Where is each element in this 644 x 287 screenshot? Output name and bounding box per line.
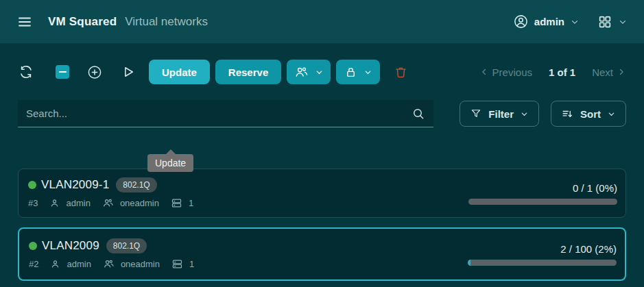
search-icon (412, 107, 425, 121)
vnet-name: VLAN2009 (42, 239, 99, 253)
vnet-usage: 2 / 100 (2%) (467, 243, 617, 266)
app-brand: VM Squared (48, 15, 117, 29)
apps-grid-icon (597, 14, 612, 29)
clusters-icon (171, 197, 182, 209)
ownership-dropdown-button[interactable] (287, 60, 331, 84)
filter-funnel-icon (470, 108, 482, 120)
group-icon (102, 197, 114, 209)
instantiate-button[interactable] (120, 64, 136, 80)
sort-lines-icon (561, 108, 574, 121)
vnet-card[interactable]: VLAN2009-1 802.1Q #3 admin oneadmin (18, 169, 626, 218)
hamburger-menu-icon[interactable] (16, 14, 33, 30)
next-page-button[interactable]: Next (592, 66, 626, 78)
pagination: Previous 1 of 1 Next (479, 66, 626, 78)
group-icon (294, 65, 309, 79)
owner-name: admin (67, 259, 91, 269)
usage-progress-fill (468, 260, 470, 266)
chevron-down-icon (363, 68, 372, 77)
next-label: Next (592, 66, 613, 78)
group-icon (103, 258, 115, 270)
vnet-info: VLAN2009-1 802.1Q #3 admin oneadmin (28, 177, 193, 209)
chevron-down-icon (607, 110, 616, 118)
usage-text: 2 / 100 (2%) (560, 243, 617, 255)
filter-sort-group: Filter Sort (460, 101, 626, 127)
chevron-down-icon (570, 17, 580, 27)
chevron-down-icon (315, 68, 324, 77)
lock-icon (344, 66, 357, 79)
group-name: oneadmin (120, 198, 159, 208)
main-content: Update Reserve (0, 60, 644, 281)
sort-label: Sort (580, 108, 601, 120)
user-menu[interactable]: admin (513, 14, 580, 29)
delete-button[interactable] (392, 64, 409, 80)
create-button[interactable] (86, 64, 103, 80)
vnet-info: VLAN2009 802.1Q #2 admin oneadmin (29, 238, 194, 270)
chevron-down-icon (618, 17, 628, 27)
search-input[interactable] (26, 108, 412, 119)
usage-text: 0 / 1 (0%) (573, 182, 617, 194)
page-status: 1 of 1 (549, 66, 575, 78)
previous-page-button[interactable]: Previous (479, 66, 532, 78)
header-right: admin (513, 14, 628, 29)
update-tooltip: Update (147, 154, 193, 172)
chevron-down-icon (520, 110, 529, 118)
group-name: oneadmin (121, 259, 160, 269)
vlan-badge: 802.1Q (116, 177, 156, 192)
previous-label: Previous (492, 66, 532, 78)
apps-menu[interactable] (597, 14, 628, 29)
owner-icon (49, 198, 60, 208)
filter-button[interactable]: Filter (460, 101, 539, 127)
owner-icon (50, 259, 60, 269)
page-title: Virtual networks (125, 15, 208, 29)
indeterminate-dash-icon (59, 71, 67, 73)
vnet-id: #2 (29, 259, 38, 269)
select-all-checkbox[interactable] (56, 65, 69, 79)
usage-progress-bar (468, 199, 617, 205)
search-box (18, 100, 433, 127)
vlan-badge: 802.1Q (106, 238, 147, 253)
state-dot-icon (29, 242, 37, 250)
update-button[interactable]: Update (149, 60, 210, 84)
owner-name: admin (66, 198, 90, 208)
state-dot-icon (28, 181, 36, 189)
sort-button[interactable]: Sort (551, 101, 626, 127)
vnet-id: #3 (28, 198, 38, 208)
app-header: VM Squared Virtual networks admin (0, 0, 644, 44)
reserve-button[interactable]: Reserve (215, 60, 281, 84)
clusters-count: 1 (189, 198, 193, 208)
clusters-icon (171, 258, 183, 270)
chevron-right-icon (617, 67, 626, 77)
clusters-count: 1 (189, 259, 194, 269)
usage-progress-bar (468, 260, 617, 266)
chevron-left-icon (479, 67, 489, 77)
lock-dropdown-button[interactable] (336, 60, 380, 84)
user-name: admin (534, 16, 564, 27)
actions-toolbar: Update Reserve (18, 60, 626, 84)
search-row: Filter Sort (18, 100, 626, 127)
user-avatar-icon (513, 14, 529, 29)
refresh-button[interactable] (18, 64, 34, 80)
vnet-name: VLAN2009-1 (41, 178, 109, 192)
vnet-usage: 0 / 1 (0%) (468, 182, 617, 205)
vnet-list: VLAN2009-1 802.1Q #3 admin oneadmin (18, 169, 626, 281)
filter-label: Filter (488, 108, 514, 120)
vnet-card[interactable]: VLAN2009 802.1Q #2 admin oneadmin (18, 227, 626, 281)
